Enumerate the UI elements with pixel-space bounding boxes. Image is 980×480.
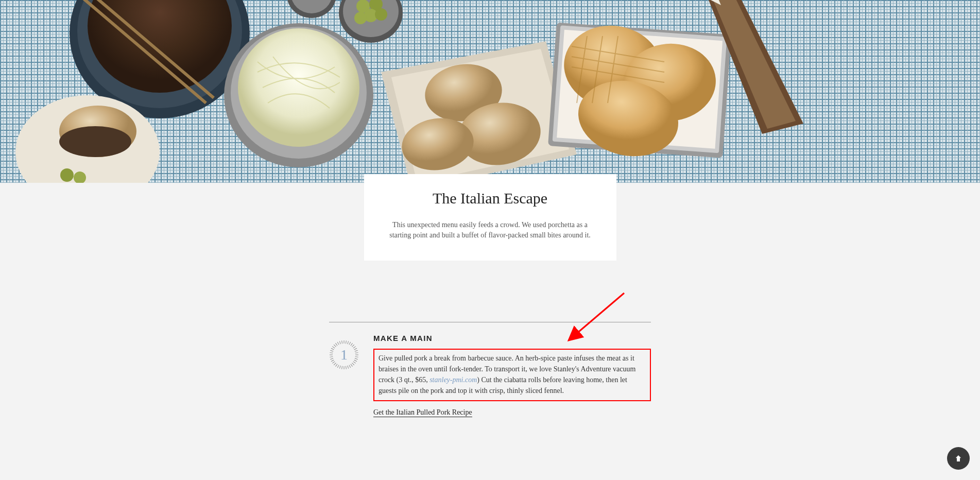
step-body-annotated: Give pulled pork a break from barbecue s…	[373, 349, 651, 401]
recipe-link[interactable]: Get the Italian Pulled Pork Recipe	[373, 408, 472, 417]
svg-line-49	[353, 347, 356, 349]
svg-line-74	[330, 353, 333, 353]
svg-line-58	[352, 363, 354, 365]
svg-line-54	[355, 356, 358, 357]
svg-line-61	[348, 366, 349, 369]
svg-line-82	[342, 340, 342, 344]
hero-overlay-card: The Italian Escape This unexpected menu …	[364, 174, 616, 261]
svg-line-70	[331, 360, 334, 362]
svg-line-80	[337, 342, 339, 345]
svg-line-79	[336, 343, 338, 346]
hero-image	[0, 0, 980, 183]
svg-line-51	[355, 350, 358, 351]
svg-line-62	[346, 366, 346, 369]
svg-line-72	[330, 356, 333, 357]
svg-line-59	[351, 364, 353, 367]
stanley-link[interactable]: stanley-pmi.com	[429, 376, 477, 384]
svg-line-65	[339, 366, 340, 369]
svg-line-50	[354, 348, 357, 350]
svg-point-13	[238, 28, 359, 147]
svg-line-45	[348, 341, 349, 344]
hero-description: This unexpected menu easily feeds a crow…	[385, 220, 596, 240]
divider	[329, 322, 651, 322]
svg-line-60	[349, 365, 351, 368]
svg-line-67	[336, 364, 338, 367]
svg-line-48	[352, 345, 354, 347]
svg-line-76	[331, 348, 334, 350]
svg-line-57	[353, 362, 356, 364]
svg-line-77	[332, 347, 335, 349]
svg-point-25	[59, 126, 131, 157]
svg-line-55	[355, 358, 358, 359]
svg-line-44	[346, 340, 346, 344]
svg-point-26	[60, 168, 74, 182]
svg-line-75	[330, 350, 333, 351]
step-number-badge: 1	[329, 340, 359, 370]
svg-line-46	[349, 342, 351, 345]
step-content: MAKE A MAIN Give pulled pork a break fro…	[373, 334, 651, 417]
svg-line-69	[332, 362, 335, 364]
svg-point-21	[375, 8, 387, 21]
svg-line-71	[330, 358, 333, 359]
svg-line-68	[334, 363, 336, 365]
svg-line-56	[354, 360, 357, 362]
step-1: 1 MAKE A MAIN Give pulled pork a break f…	[329, 334, 651, 417]
svg-line-47	[351, 343, 353, 346]
step-heading: MAKE A MAIN	[373, 334, 651, 342]
svg-line-81	[339, 341, 340, 344]
svg-line-66	[337, 365, 339, 368]
hero-title: The Italian Escape	[385, 190, 596, 207]
svg-line-52	[355, 353, 358, 353]
svg-point-22	[354, 12, 367, 24]
svg-line-64	[342, 366, 342, 369]
step-number-text: 1	[340, 347, 348, 363]
svg-line-78	[334, 345, 336, 347]
